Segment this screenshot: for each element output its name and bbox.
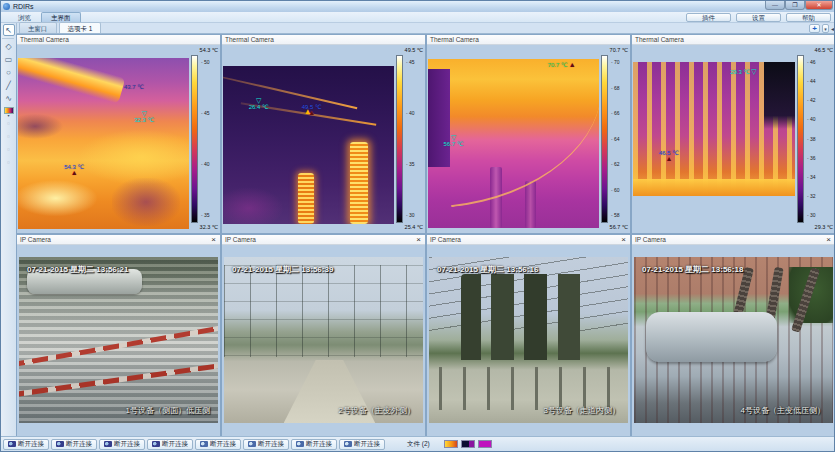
scale-tick-label: 45 (406, 60, 423, 65)
add-tab-dropdown-icon[interactable]: ▾ (822, 24, 829, 33)
line-tool-icon[interactable]: ╱ (3, 80, 15, 92)
scale-tick-label: 50 (201, 60, 218, 65)
add-tab-button[interactable]: + (809, 24, 820, 33)
scale-max-label: 70.7 ℃ (600, 47, 628, 54)
colorbar (601, 55, 608, 223)
scale-ticks: 50454035 (201, 54, 218, 224)
scale-max-label: 46.5 ℃ (796, 47, 833, 54)
cold-spot-marker: ▽ 26.4 ℃ (249, 98, 269, 110)
scale-tick-label: 64 (611, 137, 628, 142)
camera-icon (296, 441, 304, 447)
thermal-image-1[interactable]: 43.7 ℃ ▽ 32.3 ℃ 54.3 ℃ ▲ (18, 58, 189, 229)
select-tool-icon[interactable]: ↖ (3, 24, 15, 36)
camera-icon (104, 441, 112, 447)
disconnect-button-8[interactable]: 断开连接 (339, 439, 385, 450)
toolbar-divider (2, 38, 14, 39)
title-bar[interactable]: RDIRs — ❐ ✕ (1, 1, 834, 12)
scale-tick-label: 60 (611, 188, 628, 193)
close-panel-icon[interactable]: × (209, 235, 218, 244)
palette-swatch-dark[interactable] (461, 440, 475, 448)
tab-browse[interactable]: 浏览 (8, 12, 41, 22)
window-title: RDIRs (13, 3, 34, 10)
photo-texture (461, 274, 588, 360)
app-window: RDIRs — ❐ ✕ 浏览 主界面 插件 设置 帮助 主窗口 选项卡 1 + … (0, 0, 835, 452)
scale-tick-label: 70 (611, 60, 628, 65)
thermal-image-3[interactable]: 70.7 ℃ ▲ ▽ 56.7 ℃ (428, 59, 599, 228)
rectangle-tool-icon[interactable]: ▭ (3, 54, 15, 66)
close-panel-icon[interactable]: × (619, 235, 628, 244)
thermal-image-2[interactable]: ▽ 26.4 ℃ 49.5 ℃ ▲ ▲ (223, 66, 394, 224)
scale-tick-label: 32 (807, 194, 833, 199)
thermal-camera-panel-3: Thermal Camera 70.7 ℃ ▲ ▽ 56.7 ℃ 70.7 ℃ … (426, 34, 631, 234)
scale-tick-label: 36 (807, 156, 833, 161)
files-label[interactable]: 文件 (2) (401, 439, 436, 450)
hot-triangle-icon: ▲ (71, 170, 78, 176)
scale-tick-label: 40 (201, 162, 218, 167)
disconnect-button-2[interactable]: 断开连接 (51, 439, 97, 450)
palette-dropdown-icon[interactable]: ▾ (1, 114, 16, 117)
disconnect-button-4[interactable]: 断开连接 (147, 439, 193, 450)
camera-caption: 3号设备（走道内侧） (544, 405, 620, 416)
cold-spot-marker: ▽ 29.3 ℃ (730, 69, 756, 75)
photo-texture (19, 323, 218, 368)
ip-camera-panel-4: IP Camera × 07-21-2015 星期二 13:56:18 4号设备… (631, 234, 835, 438)
plugins-button[interactable]: 插件 (686, 13, 731, 22)
scale-tick-label: 30 (807, 213, 833, 218)
close-panel-icon[interactable]: × (824, 235, 833, 244)
spot-meter-tool-icon[interactable]: ◇ (3, 41, 15, 53)
app-icon (3, 3, 10, 10)
maximize-button[interactable]: ❐ (785, 1, 805, 10)
hot-spot-marker: 46.5 ℃ ▲ (659, 150, 679, 162)
photo-texture (224, 265, 423, 356)
temperature-scale: 70.7 ℃ 70686664626058 56.7 ℃ (600, 47, 628, 231)
disconnect-button-7[interactable]: 断开连接 (291, 439, 337, 450)
scale-ticks: 464442403836343230 (807, 54, 833, 224)
close-panel-icon[interactable]: × (414, 235, 423, 244)
scale-tick-label: 44 (807, 79, 833, 84)
tab-main-window[interactable]: 主窗口 (19, 22, 57, 33)
disconnect-button-1[interactable]: 断开连接 (3, 439, 49, 450)
polyline-tool-icon[interactable]: ∿ (3, 93, 15, 105)
scale-min-label: 29.3 ℃ (796, 224, 833, 231)
panel-title: Thermal Camera (222, 35, 425, 45)
tab-scroll-left-icon[interactable]: ◂ (831, 25, 834, 32)
tab-tab1[interactable]: 选项卡 1 (59, 22, 102, 33)
scale-tick-label: 46 (807, 60, 833, 65)
ellipse-tool-icon[interactable]: ○ (3, 67, 15, 79)
scale-tick-label: 30 (406, 213, 423, 218)
close-button[interactable]: ✕ (805, 1, 833, 10)
scale-min-label: 25.4 ℃ (395, 224, 423, 231)
scale-tick-label: 38 (807, 137, 833, 142)
disconnect-button-6[interactable]: 断开连接 (243, 439, 289, 450)
ip-camera-image-3[interactable]: 07-21-2015 星期二 13:56:16 3号设备（走道内侧） (429, 257, 628, 423)
disconnect-button-3[interactable]: 断开连接 (99, 439, 145, 450)
tab-row-controls: + ▾ ◂ (809, 24, 834, 33)
cold-spot-marker: ▽ 32.3 ℃ (134, 111, 154, 123)
ip-camera-image-2[interactable]: 07-21-2015 星期二 13:56:39 2号设备（主变外侧） (224, 257, 423, 423)
hot-triangle-icon: ▲ (665, 156, 672, 162)
ip-camera-image-1[interactable]: 07-21-2015 星期二 13:56:21 1号设备（侧面）低压侧 (19, 257, 218, 423)
ip-camera-panel-3: IP Camera × 07-21-2015 星期二 13:56:16 3号设备… (426, 234, 631, 438)
hot-spot-marker: 54.3 ℃ ▲ (64, 164, 84, 176)
disabled-tool-icon-2: ▫ (3, 131, 15, 143)
temp-label: 43.7 ℃ (124, 84, 144, 90)
palette-swatch-magenta[interactable] (478, 440, 492, 448)
ip-camera-image-4[interactable]: 07-21-2015 星期二 13:56:18 4号设备（主变低压侧） (634, 257, 833, 423)
thermal-texture (350, 142, 369, 224)
disconnect-button-5[interactable]: 断开连接 (195, 439, 241, 450)
hot-spot-alarm-marker: 49.5 ℃ ▲ ▲ (302, 104, 322, 116)
scale-tick-label: 66 (611, 111, 628, 116)
thermal-texture (633, 179, 795, 196)
status-bar: 断开连接 断开连接 断开连接 断开连接 断开连接 断开连接 断开连接 断开连接 (1, 436, 834, 451)
camera-icon (56, 441, 64, 447)
tab-main-interface[interactable]: 主界面 (41, 12, 81, 22)
help-button[interactable]: 帮助 (786, 13, 831, 22)
ribbon-tab-row: 浏览 主界面 插件 设置 帮助 (1, 12, 834, 23)
panel-title: IP Camera (430, 236, 461, 243)
scale-tick-label: 34 (807, 175, 833, 180)
thermal-texture (525, 181, 535, 228)
thermal-image-4[interactable]: ▽ 29.3 ℃ 46.5 ℃ ▲ (633, 62, 795, 196)
palette-swatch-iron[interactable] (444, 440, 458, 448)
settings-button[interactable]: 设置 (736, 13, 781, 22)
minimize-button[interactable]: — (765, 1, 785, 10)
